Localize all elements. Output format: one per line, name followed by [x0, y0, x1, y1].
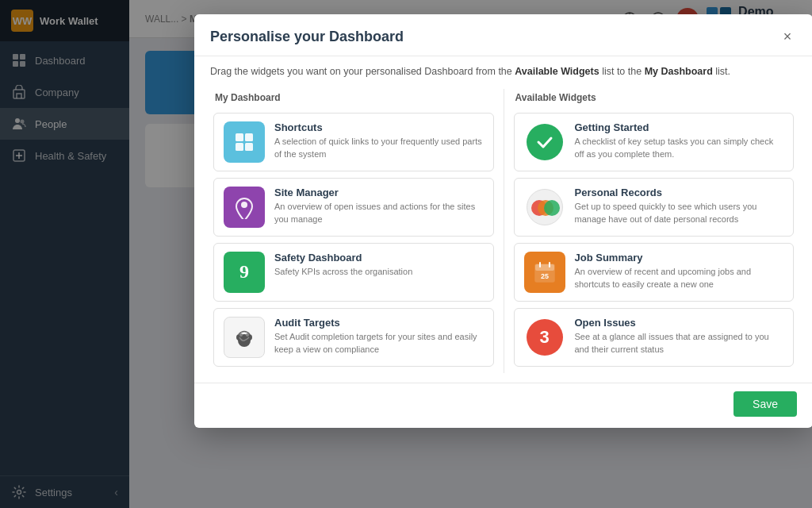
job-summary-desc: An overview of recent and upcoming jobs … [575, 266, 784, 291]
save-button[interactable]: Save [733, 391, 797, 417]
svg-rect-17 [245, 143, 253, 151]
site-manager-desc: An overview of open issues and actions f… [274, 201, 484, 226]
my-dashboard-column: My Dashboard Shortcuts A selection of qu… [207, 86, 500, 376]
modal-subtitle: Drag the widgets you want on your person… [194, 56, 812, 86]
job-summary-icon: 25 [524, 252, 565, 293]
widget-personal-records[interactable]: Personal Records Get up to speed quickly… [514, 178, 795, 237]
shortcuts-icon [224, 121, 265, 163]
safety-dashboard-desc: Safety KPIs across the organisation [274, 266, 484, 279]
getting-started-info: Getting Started A checklist of key setup… [575, 121, 784, 161]
svg-rect-15 [245, 133, 253, 141]
widget-site-manager[interactable]: Site Manager An overview of open issues … [213, 178, 494, 237]
getting-started-name: Getting Started [575, 121, 784, 133]
job-summary-name: Job Summary [575, 252, 784, 264]
available-widgets-column: Available Widgets Getting Started A chec… [508, 86, 801, 376]
getting-started-desc: A checklist of key setup tasks you can s… [575, 136, 784, 161]
safety-dashboard-icon: 9 [224, 252, 265, 293]
modal-close-button[interactable]: × [778, 27, 797, 46]
job-summary-info: Job Summary An overview of recent and up… [575, 252, 784, 291]
widget-getting-started[interactable]: Getting Started A checklist of key setup… [514, 113, 795, 171]
svg-rect-14 [236, 133, 243, 141]
safety-dashboard-info: Safety Dashboard Safety KPIs across the … [274, 252, 484, 279]
open-issues-desc: See at a glance all issues that are assi… [575, 331, 784, 356]
column-divider [504, 89, 504, 373]
available-widgets-column-header: Available Widgets [514, 89, 795, 106]
personal-records-icon [524, 187, 565, 228]
svg-rect-25 [535, 264, 554, 271]
safety-dashboard-name: Safety Dashboard [274, 252, 484, 264]
shortcuts-desc: A selection of quick links to your frequ… [274, 136, 484, 161]
widget-audit-targets[interactable]: Audit Targets Set Audit completion targe… [213, 308, 494, 367]
open-issues-icon: 3 [524, 317, 565, 358]
site-manager-info: Site Manager An overview of open issues … [274, 187, 484, 226]
personalise-dashboard-modal: Personalise your Dashboard × Drag the wi… [194, 14, 812, 428]
personal-records-name: Personal Records [575, 187, 784, 198]
personal-records-desc: Get up to speed quickly to see which use… [575, 201, 784, 226]
getting-started-icon [524, 121, 565, 163]
shortcuts-info: Shortcuts A selection of quick links to … [274, 121, 484, 161]
modal-body: My Dashboard Shortcuts A selection of qu… [194, 86, 812, 383]
widget-open-issues[interactable]: 3 Open Issues See at a glance all issues… [514, 308, 795, 367]
modal-title: Personalise your Dashboard [210, 29, 404, 45]
shortcuts-name: Shortcuts [274, 121, 484, 133]
widget-safety-dashboard[interactable]: 9 Safety Dashboard Safety KPIs across th… [213, 243, 494, 302]
open-issues-name: Open Issues [575, 317, 784, 329]
site-manager-name: Site Manager [274, 187, 484, 198]
personal-records-info: Personal Records Get up to speed quickly… [575, 187, 784, 226]
site-manager-icon [224, 187, 265, 228]
svg-rect-16 [236, 143, 243, 151]
audit-targets-name: Audit Targets [274, 317, 484, 329]
open-issues-info: Open Issues See at a glance all issues t… [575, 317, 784, 356]
widget-job-summary[interactable]: 25 Job Summary An overview of recent and… [514, 243, 795, 302]
audit-targets-icon [224, 317, 265, 358]
modal-footer: Save [194, 383, 812, 428]
widget-shortcuts[interactable]: Shortcuts A selection of quick links to … [213, 113, 494, 171]
audit-targets-info: Audit Targets Set Audit completion targe… [274, 317, 484, 356]
svg-point-18 [241, 202, 247, 208]
my-dashboard-column-header: My Dashboard [213, 89, 494, 106]
svg-text:25: 25 [540, 272, 548, 280]
modal-header: Personalise your Dashboard × [194, 14, 812, 56]
svg-point-22 [239, 333, 243, 337]
svg-point-23 [246, 333, 249, 337]
audit-targets-desc: Set Audit completion targets for your si… [274, 331, 484, 356]
